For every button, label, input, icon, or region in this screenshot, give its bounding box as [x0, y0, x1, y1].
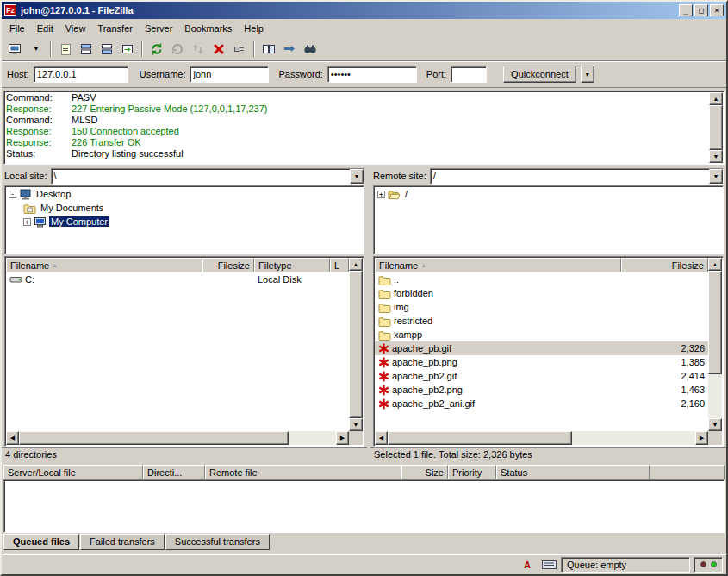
menu-file[interactable]: File: [3, 21, 31, 36]
scroll-track[interactable]: [388, 431, 695, 445]
menu-edit[interactable]: Edit: [31, 21, 59, 36]
remote-list-hscrollbar[interactable]: ◀▶: [375, 431, 708, 445]
remote-list-vscrollbar[interactable]: ▲▼: [708, 258, 722, 431]
scroll-track[interactable]: [709, 105, 723, 150]
find-files-button[interactable]: [300, 40, 320, 59]
tab-queued-files[interactable]: Queued files: [3, 534, 79, 550]
scroll-track[interactable]: [19, 431, 336, 445]
scroll-down-button[interactable]: ▼: [709, 150, 723, 163]
remote-file-list[interactable]: Filename▲Filesize ..forbiddenimgrestrict…: [373, 256, 724, 447]
remote-file-list-body[interactable]: ..forbiddenimgrestrictedxamppapache_pb.g…: [375, 272, 708, 431]
file-row[interactable]: apache_pb.gif2,326: [375, 341, 708, 355]
column-header-filetype[interactable]: Filetype: [254, 258, 330, 272]
username-input[interactable]: [190, 66, 269, 83]
tree-expander[interactable]: +: [23, 218, 31, 226]
tree-expander[interactable]: +: [377, 191, 385, 198]
column-header-filename[interactable]: Filename▲: [6, 258, 202, 272]
file-row[interactable]: C:Local Disk: [6, 272, 349, 286]
reconnect-button[interactable]: [167, 40, 188, 59]
tab-failed-transfers[interactable]: Failed transfers: [80, 534, 165, 550]
local-tree[interactable]: -DesktopMy Documents+My Computer: [4, 185, 364, 254]
scroll-right-button[interactable]: ▶: [336, 431, 349, 445]
menu-transfer[interactable]: Transfer: [91, 21, 139, 36]
file-row[interactable]: forbidden: [375, 286, 708, 300]
toggle-message-log-button[interactable]: [55, 40, 76, 59]
column-header-server-local-file[interactable]: Server/Local file: [3, 465, 143, 479]
remote-site-dropdown-icon[interactable]: ▼: [709, 169, 723, 184]
toggle-remote-tree-button[interactable]: [96, 40, 117, 59]
site-manager-button[interactable]: [5, 40, 26, 59]
password-input[interactable]: [327, 66, 417, 83]
local-list-vscrollbar[interactable]: ▲▼: [349, 258, 363, 431]
local-site-combobox[interactable]: \ ▼: [51, 168, 364, 185]
file-row[interactable]: restricted: [375, 314, 708, 328]
toggle-transfer-queue-button[interactable]: [117, 40, 138, 59]
site-manager-dropdown-button[interactable]: ▼: [26, 40, 47, 59]
column-header-priority[interactable]: Priority: [448, 465, 496, 479]
local-site-dropdown-icon[interactable]: ▼: [350, 169, 364, 184]
host-input[interactable]: [34, 66, 128, 83]
message-log-scrollbar[interactable]: ▲▼: [709, 92, 723, 163]
refresh-button[interactable]: [146, 40, 167, 59]
column-header-filename[interactable]: Filename▲: [375, 258, 621, 272]
file-row[interactable]: apache_pb.png1,385: [375, 355, 708, 369]
file-row[interactable]: apache_pb2_ani.gif2,160: [375, 397, 708, 410]
scroll-track[interactable]: [349, 271, 363, 418]
quickconnect-dropdown-button[interactable]: ▼: [581, 66, 594, 83]
port-input[interactable]: [451, 66, 487, 83]
local-file-list-body[interactable]: C:Local Disk: [6, 272, 349, 431]
column-header-l[interactable]: L: [330, 258, 349, 272]
remote-tree-item-blank[interactable]: +/: [375, 187, 722, 201]
scroll-right-button[interactable]: ▶: [695, 431, 708, 445]
column-header-directi[interactable]: Directi...: [143, 465, 205, 479]
file-row[interactable]: apache_pb2.png1,463: [375, 383, 708, 397]
scroll-up-button[interactable]: ▲: [349, 258, 363, 271]
title-bar[interactable]: Fz john@127.0.0.1 - FileZilla _ □ ×: [2, 2, 726, 19]
process-queue-button[interactable]: [188, 40, 208, 59]
column-header-filesize[interactable]: Filesize: [202, 258, 254, 272]
file-row[interactable]: apache_pb2.gif2,414: [375, 369, 708, 383]
scroll-track[interactable]: [708, 271, 722, 418]
toggle-local-tree-button[interactable]: [76, 40, 96, 59]
close-button[interactable]: ×: [710, 4, 724, 16]
scroll-left-button[interactable]: ◀: [6, 431, 19, 445]
tab-successful-transfers[interactable]: Successful transfers: [165, 534, 270, 550]
menu-server[interactable]: Server: [139, 21, 178, 36]
column-header-size[interactable]: Size: [401, 465, 448, 479]
disconnect-button[interactable]: [229, 40, 250, 59]
menu-bookmarks[interactable]: Bookmarks: [178, 21, 238, 36]
cancel-current-operation-button[interactable]: [208, 40, 229, 59]
scroll-down-button[interactable]: ▼: [708, 418, 722, 431]
remote-site-combobox[interactable]: / ▼: [430, 168, 724, 185]
local-file-list[interactable]: Filename▲FilesizeFiletypeL C:Local Disk …: [4, 256, 364, 447]
scroll-thumb[interactable]: [349, 271, 363, 418]
column-header-filesize[interactable]: Filesize: [621, 258, 708, 272]
scroll-thumb[interactable]: [388, 431, 572, 445]
column-header-status[interactable]: Status: [496, 465, 650, 479]
menu-help[interactable]: Help: [238, 21, 270, 36]
remote-tree[interactable]: +/: [373, 185, 724, 254]
scroll-thumb[interactable]: [709, 105, 723, 150]
scroll-left-button[interactable]: ◀: [375, 431, 388, 445]
local-list-hscrollbar[interactable]: ◀▶: [6, 431, 349, 445]
menu-view[interactable]: View: [59, 21, 92, 36]
minimize-button[interactable]: _: [679, 4, 693, 16]
column-header-remote-file[interactable]: Remote file: [205, 465, 401, 479]
scroll-thumb[interactable]: [708, 271, 722, 374]
scroll-down-button[interactable]: ▼: [349, 418, 363, 431]
file-row[interactable]: img: [375, 300, 708, 314]
scroll-up-button[interactable]: ▲: [708, 258, 722, 271]
local-tree-item-my-computer[interactable]: +My Computer: [6, 215, 363, 229]
file-row[interactable]: xampp: [375, 328, 708, 341]
tree-expander[interactable]: -: [9, 191, 16, 198]
directory-comparison-button[interactable]: [258, 40, 279, 59]
scroll-thumb[interactable]: [19, 431, 289, 445]
file-row[interactable]: ..: [375, 272, 708, 286]
synchronized-browsing-button[interactable]: [279, 40, 300, 59]
local-tree-item-desktop[interactable]: -Desktop: [6, 187, 363, 201]
transfer-queue-body[interactable]: [3, 479, 725, 533]
maximize-button[interactable]: □: [694, 4, 708, 16]
local-tree-item-my-documents[interactable]: My Documents: [6, 201, 363, 215]
quickconnect-button[interactable]: Quickconnect: [503, 66, 576, 83]
scroll-up-button[interactable]: ▲: [709, 92, 723, 105]
